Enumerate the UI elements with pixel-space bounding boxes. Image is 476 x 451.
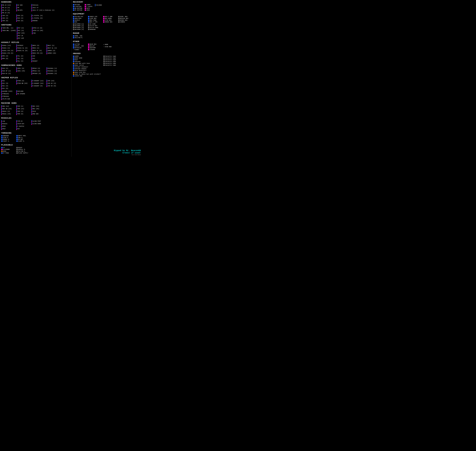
sniper-col-2: M700 [3] M700 BB [45]: [16, 80, 31, 90]
assault-rifles-grid: M16A1 [12] M16A1 [3] M16A1 STG [4] M16A1…: [1, 44, 70, 63]
list-item: M202A1: [1, 123, 15, 125]
list-item: K.PISTOL [5]: [32, 17, 45, 19]
list-item: RG DYNAMO: [16, 93, 31, 95]
list-item: RAILGUN: [16, 90, 31, 92]
recovery-section: RECOVERY RATION R.RATION WD.RATION: [73, 1, 142, 11]
handguns-section: HANDGUNS MK.22 [12] MK.22 [3] MK.22 [4]: [1, 1, 70, 22]
list-item: PATRIOT: [16, 44, 31, 47]
recovery-title: RECOVERY: [73, 1, 142, 3]
list-item: SLING POST: [32, 120, 45, 122]
list-item: M1928A1 [1]: [47, 67, 61, 69]
missiles-col-2: FIM-43 XFIM-92A C.GUSTAV M47: [16, 120, 31, 130]
radar-section: RADAR SRND. IND. SOLITON R.: [73, 32, 142, 39]
handguns-col-1: MK.22 [12] MK.22 [3] MK.22 [4] MK.22 [5]: [1, 4, 15, 14]
list-item: Cassette tape: [103, 63, 116, 64]
list-item: M1928A1 [3]: [47, 72, 61, 75]
list-item: — STUN ROD: [103, 46, 117, 48]
list-item: M19 [3]: [16, 14, 31, 17]
list-item: CNFDTL. DOC: [73, 45, 87, 47]
list-item: XFIM-92A: [16, 123, 31, 125]
list-item: M.NAGANT [5]: [32, 85, 45, 87]
equipment-section: EQUIPMENT FULTON SYS ANALYZER SHIELD: [73, 13, 142, 31]
list-item: M1C: [1, 80, 15, 82]
list-item: SLEEP G.: [16, 140, 31, 142]
list-item: STUN BOX: [103, 19, 117, 21]
list-item: RK47 GL [2]: [47, 47, 61, 49]
list-item: M37 ACM: [17, 37, 31, 39]
list-item: 1911 CT: [32, 6, 55, 9]
list-item: DECOY: [16, 147, 31, 148]
sniper-title: SNIPER RIFLES: [1, 77, 70, 79]
list-item: FULTON SYS: [73, 16, 87, 17]
handguns-col-4: C96 [3] C96 [4] C96 [5]: [1, 14, 15, 22]
list-item: M134: [32, 110, 45, 113]
list-item: M16A1 GL [4]: [16, 47, 31, 49]
list-item: WALKMAN [4]: [73, 29, 87, 30]
missiles-title: MISSILES: [1, 117, 70, 119]
list-item: M653 [3]: [32, 44, 45, 47]
list-item: Cassette tape: [103, 64, 116, 66]
list-item: T.CHIPS: [85, 6, 92, 7]
assault-col-2: PATRIOT M16A1 GL [4] M16A1 GL [5]: [16, 44, 31, 55]
list-item: M16A1 STG [4]: [1, 50, 15, 52]
list-item: M16A1 STG [5]: [1, 52, 15, 54]
unused-left: DUMMY BARE HAND M16? Unknown: [73, 56, 101, 77]
list-item: TWIN BRL. [1]: [1, 27, 16, 29]
list-item: LEAVE NOW: [73, 75, 101, 77]
shotguns-col-3: SPAS-12 [3] SPAS-12 [45] CAW: [32, 27, 46, 40]
handguns-col-3: M1911A1 1911 CT 1911 CT [23] & M1911A1 […: [32, 4, 55, 14]
list-item: STLTH MAT: [88, 25, 102, 27]
list-item: PLACE SUPPLY: [16, 152, 31, 154]
missiles-section: MISSILES LAW M202A1 RPG2: [1, 117, 70, 130]
list-item: TWIN BRL. [2345]: [1, 29, 16, 32]
list-item: FAL [2]: [16, 55, 31, 57]
list-item: SMOKE BOX: [103, 21, 117, 23]
other-col-1: LETTER CNFDTL. DOC RATHALOS ✕ TIGREX: [73, 44, 87, 51]
list-item: Same as above but with sticker?: [73, 73, 101, 75]
list-item: RATHALOS: [73, 47, 87, 49]
sniper-col-3: M.NAGANT [12] M.NAGANT [34] M.NAGANT [5]: [32, 80, 45, 90]
list-item: SVD HC [4]: [47, 82, 61, 84]
list-item: UZ61 [3]: [16, 67, 31, 69]
shotguns-col-1: TWIN BRL. [1] TWIN BRL. [2345]: [1, 27, 16, 40]
equipment-grid: FULTON SYS ANALYZER SHIELD NVG: [73, 16, 142, 31]
list-item: BANDANA: [88, 29, 102, 30]
list-item: AERIAL M.: [16, 149, 31, 150]
list-item: MK.22 [3]: [1, 6, 15, 9]
list-item: WA2000 [345]: [1, 90, 15, 92]
list-item: BANANA: [32, 19, 45, 22]
list-item: M47: [16, 128, 31, 130]
list-item: C.GUSTAV: [16, 125, 31, 127]
mg-col-3: MG3 [23] MG3 [45] M134 EMW GUN: [32, 105, 45, 115]
list-item: EMPTY MAG.: [16, 135, 31, 137]
list-item: GEAR REX: [88, 44, 102, 45]
list-item: RPG2: [1, 125, 15, 127]
list-item: RESCUE BOX: [118, 18, 132, 19]
assault-col-3: M653 [3] M653 [4] M653 GL [5] M653 STG […: [32, 44, 45, 55]
list-item: Demo ration: [73, 64, 101, 66]
list-item: MK.22 [12]: [1, 4, 15, 6]
list-item: RATION: [73, 4, 82, 6]
list-item: CAMERA: [118, 21, 132, 23]
credit-line2: Credit if used!: [114, 152, 141, 154]
list-item: BOOK: [1, 150, 15, 152]
unused-section: UNUSED DUMMY BARE HAND M16?: [73, 53, 142, 77]
list-item: GRENADE: [1, 135, 15, 137]
assault-col-5: RPK [4] RPK [5]: [1, 55, 15, 63]
list-item: SONIC EYE: [88, 16, 102, 17]
list-item: M21 [5]: [1, 87, 15, 90]
smg-title: SUBMACHINES GUNS: [1, 64, 70, 67]
list-item: MG3 [45]: [32, 108, 45, 110]
list-item: BOX-TANK: [88, 19, 102, 21]
credit-line1: Ripped by Mr. Beacon00: [114, 150, 141, 152]
list-item: PKM [5]: [16, 113, 31, 115]
list-item: M653 [4]: [32, 47, 45, 49]
list-item: SODA: [85, 9, 92, 11]
placeable-grid: C4 CLAYMORE BOOK AT MINE: [1, 147, 70, 154]
list-item: BOX BOMB: [103, 18, 117, 19]
radar-col-1: SRND. IND. SOLITON R.: [73, 35, 87, 39]
curry-label: CURRY: [86, 4, 90, 6]
mg-col-1: M60 [12] M60 SB [34] M63A1 [3] M63A1 [45…: [1, 105, 15, 115]
machine-guns-section: MACHINE GUNS M60 [12] M60 SB [34] M63A1 …: [1, 102, 70, 115]
list-item: M16A1 [3]: [1, 47, 15, 49]
